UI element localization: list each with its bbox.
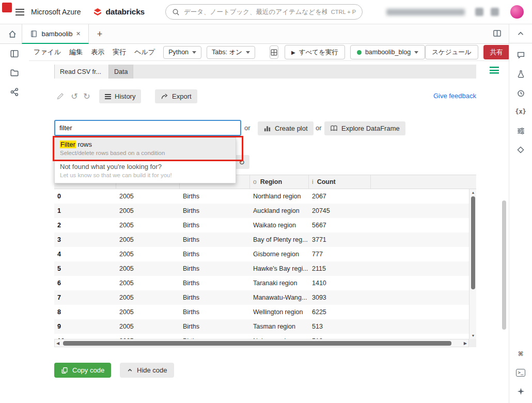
schedule-button[interactable]: スケジュール: [425, 45, 478, 59]
command-icon: ⌘: [518, 349, 523, 359]
suggestion-not-found[interactable]: Not found what you're looking for? Let u…: [55, 160, 236, 183]
cell-period: 2005: [116, 265, 180, 272]
scroll-up-arrow[interactable]: ▲: [470, 191, 477, 194]
cell-count: 5667: [309, 222, 371, 229]
cell-region: Hawke's Bay regi...: [250, 265, 309, 272]
play-icon: ▶: [291, 50, 295, 55]
widget-tab-data[interactable]: Data: [109, 65, 133, 79]
terminal-button[interactable]: >_: [515, 367, 526, 378]
cell-period: 2005: [116, 207, 180, 214]
cell-index: 8: [54, 308, 116, 316]
workspace-name-redacted[interactable]: [386, 9, 465, 16]
table-vertical-scrollbar[interactable]: ▲ ▼: [469, 189, 476, 339]
give-feedback-link[interactable]: Give feedback: [433, 92, 476, 100]
grid-view-button[interactable]: [270, 45, 278, 59]
suggestion-filter-rows[interactable]: Filter rows Select/delete rows based on …: [55, 138, 236, 160]
share-button[interactable]: 共有: [483, 45, 510, 59]
redo-button[interactable]: ↻: [81, 90, 93, 102]
v-scrollbar-thumb[interactable]: [471, 196, 475, 289]
scrollbar-corner: [469, 339, 476, 347]
menu-help[interactable]: ヘルプ: [134, 48, 155, 57]
app-window: Microsoft Azure databricks CTRL + P: [0, 0, 532, 403]
ai-assistant-button[interactable]: [515, 386, 526, 396]
edit-button[interactable]: [54, 90, 67, 102]
h-scrollbar-thumb[interactable]: [63, 341, 451, 346]
cell-region: Bay of Plenty reg...: [250, 236, 309, 243]
cell-count: 1410: [309, 280, 371, 287]
cell-type: Births: [180, 222, 250, 229]
not-found-title: Not found what you're looking for?: [60, 163, 230, 171]
cell-type: Births: [180, 323, 250, 330]
highlighted-match: Filter: [60, 141, 76, 148]
revision-history-button[interactable]: [515, 88, 526, 98]
variables-button[interactable]: {x}: [515, 106, 526, 117]
scroll-down-arrow[interactable]: ▼: [470, 334, 477, 337]
assistant-panel-button[interactable]: [515, 145, 526, 155]
create-plot-button[interactable]: Create plot: [258, 121, 314, 135]
global-search-input[interactable]: [184, 8, 327, 16]
split-view-icon: [493, 29, 502, 38]
user-avatar[interactable]: [510, 5, 524, 19]
export-button[interactable]: Export: [155, 89, 197, 103]
cell-count: 777: [309, 251, 371, 258]
azure-label: Microsoft Azure: [31, 8, 81, 16]
scroll-right-arrow[interactable]: ▶: [464, 341, 467, 346]
cell-period: 2005: [116, 323, 180, 330]
copy-icon: [61, 367, 68, 374]
table-row: 1 2005 Births Auckland region 20745: [54, 204, 469, 218]
menu-view[interactable]: 表示: [91, 48, 104, 57]
new-tab-button[interactable]: +: [93, 27, 106, 41]
chevron-up-icon: [517, 29, 525, 38]
refresh-button[interactable]: ↻: [234, 155, 249, 169]
global-search[interactable]: CTRL + P: [165, 4, 363, 20]
header-region[interactable]: oRegion: [250, 175, 309, 189]
table-horizontal-scrollbar[interactable]: ◀ ▶: [54, 339, 469, 347]
workspace-panel-button[interactable]: [10, 49, 19, 58]
widget-tab-strip: Read CSV fr... Data: [54, 65, 476, 79]
comments-button[interactable]: [515, 50, 526, 60]
menu-file[interactable]: ファイル: [34, 48, 61, 57]
hide-code-button[interactable]: Hide code: [120, 363, 174, 378]
cluster-selector[interactable]: bamboolib_blog: [350, 45, 425, 59]
folder-button[interactable]: [10, 68, 19, 78]
environment-settings-button[interactable]: [515, 126, 526, 136]
cell-index: 0: [54, 193, 116, 200]
share-nodes-icon: [10, 87, 19, 97]
tab-close-icon[interactable]: ×: [76, 29, 80, 38]
tab-bamboolib[interactable]: bamboolib ×: [22, 24, 89, 44]
language-selector[interactable]: Python: [163, 46, 201, 59]
hamburger-menu-icon[interactable]: [15, 9, 24, 16]
home-button[interactable]: [5, 27, 20, 41]
databricks-logo[interactable]: databricks: [93, 7, 145, 17]
tabs-toggle[interactable]: Tabs: オン: [207, 46, 255, 59]
scroll-left-arrow[interactable]: ◀: [56, 341, 59, 346]
widget-tab-read-csv[interactable]: Read CSV fr...: [54, 65, 109, 79]
lineage-button[interactable]: [10, 87, 19, 97]
notebook-scrollbar-thumb[interactable]: [502, 200, 506, 330]
table-row: 4 2005 Births Gisborne region 777: [54, 247, 469, 261]
cell-menu-icon[interactable]: [490, 67, 499, 74]
cell-region: Wellington region: [250, 308, 309, 316]
diamond-icon: [517, 146, 525, 154]
suggestion-description: Select/delete rows based on a condition: [60, 150, 230, 156]
experiments-button[interactable]: [515, 69, 526, 79]
topbar-icon-redacted-1[interactable]: [475, 8, 483, 16]
menu-run[interactable]: 実行: [113, 48, 126, 57]
suggestion-title-rest: rows: [76, 141, 92, 148]
explore-dataframe-button[interactable]: Explore DataFrame: [324, 121, 405, 135]
collapse-panel-button[interactable]: [509, 24, 532, 43]
undo-button[interactable]: ↺: [68, 90, 81, 102]
history-button[interactable]: History: [99, 89, 141, 103]
history-clock-icon: [517, 89, 525, 98]
run-all-button[interactable]: ▶ すべてを実行: [285, 45, 345, 59]
dtype-object-icon: o: [253, 178, 257, 185]
topbar-icon-redacted-2[interactable]: [491, 8, 499, 16]
copy-code-button[interactable]: Copy code: [54, 363, 111, 378]
create-plot-label: Create plot: [275, 125, 308, 132]
transformation-search-input[interactable]: [54, 120, 241, 136]
menu-edit[interactable]: 編集: [69, 48, 83, 57]
split-view-button[interactable]: [493, 29, 502, 38]
shortcuts-button[interactable]: ⌘: [515, 349, 526, 359]
tab-label: bamboolib: [41, 30, 72, 38]
header-count[interactable]: iCount: [309, 175, 371, 189]
